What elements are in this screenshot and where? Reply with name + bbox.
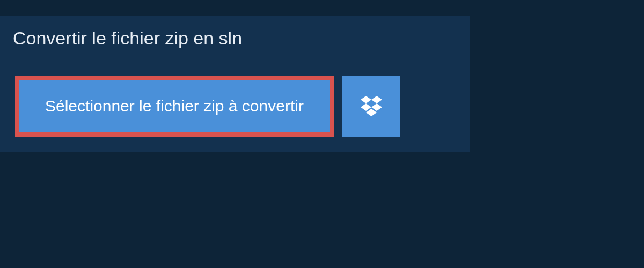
content-area: Sélectionner le fichier zip à convertir (0, 61, 470, 152)
dropbox-icon (361, 96, 382, 116)
select-file-label: Sélectionner le fichier zip à convertir (45, 97, 304, 115)
button-row: Sélectionner le fichier zip à convertir (15, 76, 455, 137)
page-title: Convertir le fichier zip en sln (0, 16, 258, 61)
select-file-button[interactable]: Sélectionner le fichier zip à convertir (15, 76, 334, 137)
converter-panel: Convertir le fichier zip en sln Sélectio… (0, 16, 470, 152)
dropbox-button[interactable] (342, 76, 400, 137)
